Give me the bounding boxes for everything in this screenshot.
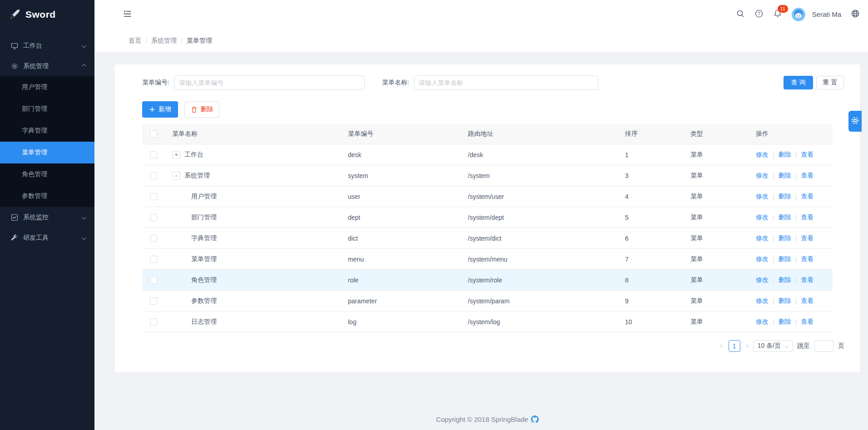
delete-button-label: 删除	[201, 105, 213, 114]
chevron-down-icon	[785, 344, 789, 348]
action-modify[interactable]: 修改	[756, 255, 769, 263]
cell-route: /system/menu	[461, 256, 618, 263]
breadcrumb-separator: /	[145, 37, 147, 44]
select-all-checkbox[interactable]	[150, 130, 157, 138]
action-view[interactable]: 查看	[801, 276, 813, 284]
sidebar-subitem-dict[interactable]: 字典管理	[0, 120, 94, 142]
action-view[interactable]: 查看	[801, 234, 813, 242]
action-view[interactable]: 查看	[801, 193, 813, 201]
action-view[interactable]: 查看	[801, 213, 813, 222]
sidebar-subitem-dept[interactable]: 部门管理	[0, 98, 94, 120]
sidebar-item-system-management[interactable]: 系统管理	[0, 56, 94, 76]
cell-actions: 修改|删除|查看	[749, 193, 833, 201]
action-modify[interactable]: 修改	[756, 234, 769, 242]
add-button[interactable]: 新增	[142, 101, 178, 118]
menu-name-text: 字典管理	[191, 234, 217, 242]
sidebar-subitem-role[interactable]: 角色管理	[0, 163, 94, 185]
sidebar-item-dev-tools[interactable]: 研发工具	[0, 227, 94, 248]
action-delete[interactable]: 删除	[779, 172, 791, 180]
menu-name-input[interactable]	[414, 75, 598, 90]
expand-toggle-collapsed[interactable]: +	[172, 151, 180, 159]
cell-type: 菜单	[683, 297, 749, 305]
sidebar-item-system-monitor[interactable]: 系统监控	[0, 207, 94, 227]
menu-name-text: 日志管理	[191, 318, 217, 326]
sidebar-subitem-label: 角色管理	[22, 170, 47, 178]
menu-code-input[interactable]	[174, 75, 365, 90]
action-delete[interactable]: 删除	[779, 255, 791, 263]
sidebar-subitem-menu[interactable]: 菜单管理	[0, 142, 94, 163]
row-checkbox[interactable]	[150, 256, 157, 263]
action-delete[interactable]: 删除	[779, 297, 791, 305]
action-separator: |	[795, 256, 797, 263]
cell-sort: 4	[618, 193, 683, 200]
breadcrumb-system[interactable]: 系统管理	[151, 37, 177, 45]
row-checkbox[interactable]	[150, 214, 157, 221]
action-view[interactable]: 查看	[801, 297, 813, 305]
page-number-1[interactable]: 1	[729, 340, 740, 352]
user-name[interactable]: Serati Ma	[812, 10, 841, 18]
action-view[interactable]: 查看	[801, 151, 813, 159]
action-modify[interactable]: 修改	[756, 151, 769, 159]
cell-type: 菜单	[683, 151, 749, 159]
action-delete[interactable]: 删除	[779, 193, 791, 201]
avatar[interactable]	[792, 8, 805, 21]
row-checkbox[interactable]	[150, 297, 157, 305]
help-button[interactable]: ?	[754, 9, 764, 20]
cell-sort: 5	[618, 214, 683, 221]
query-button[interactable]: 查 询	[784, 76, 813, 89]
action-delete[interactable]: 删除	[779, 318, 791, 326]
action-delete[interactable]: 删除	[779, 234, 791, 242]
delete-button[interactable]: 删除	[184, 101, 219, 118]
action-separator: |	[773, 214, 774, 221]
sidebar-submenu: 用户管理部门管理字典管理菜单管理角色管理参数管理	[0, 76, 94, 207]
cell-menu-name: +工作台	[165, 151, 341, 159]
cell-route: /system/log	[461, 318, 618, 326]
row-select-cell	[142, 256, 165, 263]
next-page-button[interactable]	[744, 345, 749, 347]
language-button[interactable]	[851, 9, 860, 20]
row-checkbox[interactable]	[150, 193, 157, 200]
page-size-select[interactable]: 10 条/页	[753, 340, 793, 352]
expand-toggle-expanded[interactable]: -	[172, 172, 180, 180]
column-header-3: 路由地址	[461, 130, 618, 138]
add-button-label: 新增	[159, 105, 171, 114]
search-button[interactable]	[736, 9, 745, 20]
row-checkbox[interactable]	[150, 172, 157, 179]
action-modify[interactable]: 修改	[756, 318, 769, 326]
action-modify[interactable]: 修改	[756, 213, 769, 222]
cell-menu-name: 角色管理	[165, 276, 341, 284]
notification-bell[interactable]: 11	[773, 9, 782, 20]
sidebar-subitem-param[interactable]: 参数管理	[0, 185, 94, 207]
cell-menu-code: dept	[341, 214, 461, 221]
cell-type: 菜单	[683, 234, 749, 242]
reset-button[interactable]: 重 置	[816, 76, 844, 89]
row-checkbox[interactable]	[150, 318, 157, 326]
action-modify[interactable]: 修改	[756, 193, 769, 201]
sidebar-item-workbench[interactable]: 工作台	[0, 35, 94, 56]
action-delete[interactable]: 删除	[779, 213, 791, 222]
menu-name-text: 菜单管理	[191, 255, 217, 263]
cell-sort: 10	[618, 318, 683, 326]
row-checkbox[interactable]	[150, 277, 157, 284]
settings-trigger[interactable]	[848, 111, 862, 132]
collapse-sidebar-button[interactable]	[123, 9, 132, 20]
github-icon[interactable]	[531, 415, 539, 423]
action-modify[interactable]: 修改	[756, 276, 769, 284]
sidebar-subitem-user[interactable]: 用户管理	[0, 76, 94, 98]
action-modify[interactable]: 修改	[756, 297, 769, 305]
action-view[interactable]: 查看	[801, 318, 813, 326]
breadcrumb-home[interactable]: 首页	[129, 37, 141, 45]
action-view[interactable]: 查看	[801, 172, 813, 180]
cell-menu-code: desk	[341, 151, 461, 158]
prev-page-button[interactable]	[719, 345, 725, 347]
header-select-cell	[142, 130, 165, 138]
row-checkbox[interactable]	[150, 235, 157, 242]
action-modify[interactable]: 修改	[756, 172, 769, 180]
page-jump-input[interactable]	[814, 340, 833, 352]
row-checkbox[interactable]	[150, 151, 157, 158]
action-separator: |	[795, 235, 797, 242]
action-separator: |	[795, 277, 797, 284]
action-view[interactable]: 查看	[801, 255, 813, 263]
action-delete[interactable]: 删除	[779, 276, 791, 284]
action-delete[interactable]: 删除	[779, 151, 791, 159]
